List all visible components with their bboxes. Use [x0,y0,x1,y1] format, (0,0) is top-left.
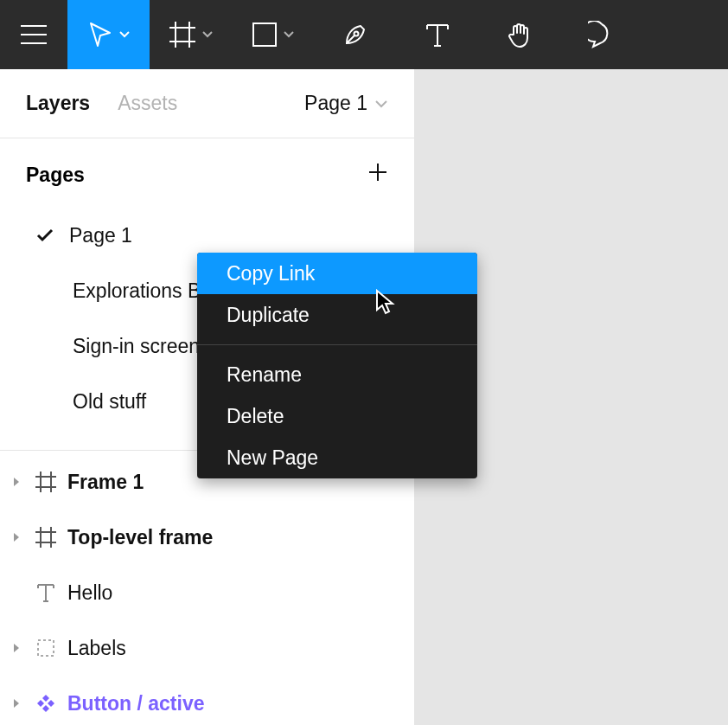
layer-item-group[interactable]: Labels [0,620,414,676]
hamburger-icon [21,24,47,45]
tab-layers[interactable]: Layers [26,92,90,115]
page-label: Sign-in screen [73,335,200,358]
chevron-down-icon [284,31,294,38]
layer-label: Hello [67,581,112,605]
text-icon [425,22,450,48]
svg-rect-0 [253,23,276,46]
page-dropdown[interactable]: Page 1 [304,92,388,115]
comment-icon [588,21,616,48]
page-label: Explorations B [73,279,201,303]
text-tool-button[interactable] [396,0,478,69]
page-label: Page 1 [69,224,132,247]
layers-list: Frame 1 Top-level frame Hello Labels [0,451,414,725]
plus-icon [367,162,388,183]
layer-label: Frame 1 [67,471,144,494]
hand-icon [506,21,533,48]
pen-tool-button[interactable] [314,0,396,69]
layer-item-component[interactable]: Button / active [0,676,414,725]
pages-header-label: Pages [26,164,85,187]
comment-tool-button[interactable] [560,0,642,69]
top-toolbar [0,0,728,69]
frame-icon [169,22,195,48]
expand-arrow-icon[interactable] [9,698,24,709]
expand-arrow-icon[interactable] [9,532,24,542]
chevron-down-icon [374,99,388,108]
layer-label: Button / active [67,692,204,715]
expand-arrow-icon[interactable] [9,643,24,653]
add-page-button[interactable] [367,162,388,188]
menu-item-rename[interactable]: Rename [197,354,477,395]
group-icon [33,638,59,658]
layer-item-text[interactable]: Hello [0,565,414,620]
layer-label: Labels [67,637,126,660]
page-dropdown-label: Page 1 [304,92,367,115]
menu-separator [197,344,477,345]
chevron-down-icon [202,31,213,38]
rectangle-icon [252,22,277,47]
page-label: Old stuff [73,390,146,414]
shape-tool-button[interactable] [232,0,314,69]
menu-button[interactable] [0,0,67,69]
layer-item-frame[interactable]: Top-level frame [0,510,414,565]
menu-item-delete[interactable]: Delete [197,395,477,437]
layer-label: Top-level frame [67,526,213,549]
page-context-menu: Copy Link Duplicate Rename Delete New Pa… [197,253,477,478]
component-icon [33,693,59,714]
frame-icon [33,472,59,492]
check-icon [36,228,54,242]
svg-point-1 [354,32,358,36]
menu-item-duplicate[interactable]: Duplicate [197,294,477,336]
main-area: Layers Assets Page 1 Pages Page 1 Explo [0,69,728,725]
menu-item-copy-link[interactable]: Copy Link [197,253,477,294]
svg-rect-2 [38,640,54,656]
pages-header: Pages [0,149,414,201]
cursor-icon [88,22,112,48]
frame-icon [33,527,59,548]
sidebar-tabs: Layers Assets Page 1 [0,69,414,138]
hand-tool-button[interactable] [478,0,560,69]
text-icon [33,582,59,603]
tab-assets[interactable]: Assets [118,92,177,115]
menu-item-new-page[interactable]: New Page [197,437,477,478]
expand-arrow-icon[interactable] [9,477,24,487]
frame-tool-button[interactable] [150,0,232,69]
pen-icon [342,21,369,48]
chevron-down-icon [119,31,130,38]
move-tool-button[interactable] [67,0,150,69]
